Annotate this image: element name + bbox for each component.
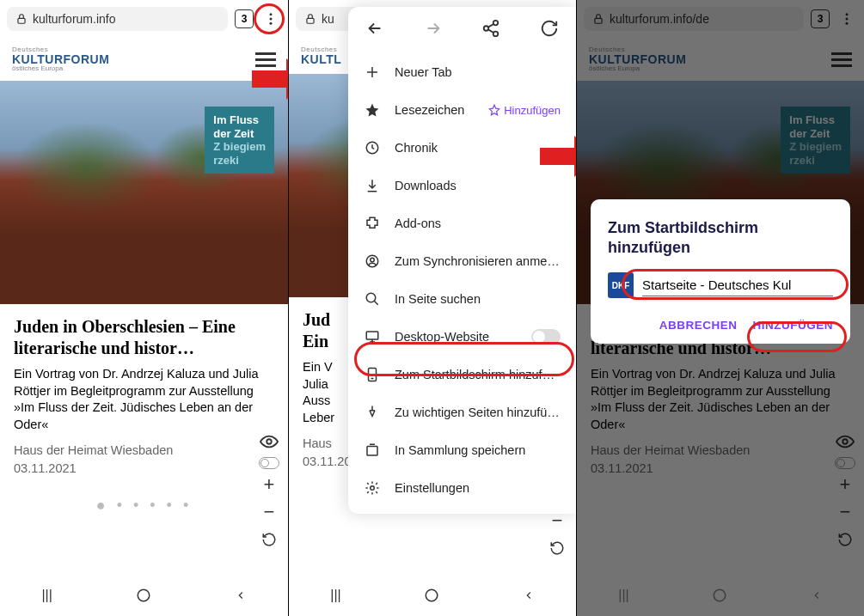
url-text: kulturforum.info <box>33 12 115 26</box>
menu-settings[interactable]: Einstellungen <box>348 469 576 507</box>
zoom-out-button[interactable]: − <box>257 500 281 524</box>
lock-icon <box>15 13 28 25</box>
site-logo[interactable]: Deutsches KULTURFORUM östliches Europa <box>12 46 109 72</box>
desktop-toggle[interactable] <box>531 329 561 345</box>
hero-badge: Im Fluss der Zeit Z biegiem rzeki <box>205 107 274 174</box>
svg-point-4 <box>267 439 272 444</box>
nav-back-icon[interactable] <box>365 19 384 38</box>
menu-sync[interactable]: Zum Synchronisieren anmeld… <box>348 242 576 280</box>
svg-point-8 <box>484 26 489 31</box>
hero-image: Im Fluss der Zeit Z biegiem rzeki <box>0 81 288 304</box>
svg-rect-14 <box>366 332 378 339</box>
share-icon[interactable] <box>481 19 500 38</box>
arrow-icon <box>252 58 288 100</box>
arrow-icon <box>540 136 576 177</box>
reload-icon[interactable] <box>540 19 559 38</box>
svg-point-9 <box>493 32 499 36</box>
tab-count[interactable]: 3 <box>235 9 254 28</box>
menu-desktop[interactable]: Desktop-Website <box>348 318 576 356</box>
article-card[interactable]: Juden in Oberschlesien – Eine literarisc… <box>0 304 288 490</box>
svg-point-1 <box>270 13 273 15</box>
article-title: Juden in Oberschlesien – Eine literarisc… <box>14 316 274 359</box>
android-navbar: ||| <box>0 575 288 616</box>
svg-point-3 <box>270 22 273 25</box>
svg-rect-16 <box>367 447 377 456</box>
svg-rect-0 <box>18 18 25 23</box>
site-favicon: DKF <box>608 272 634 298</box>
clock-icon <box>364 139 381 156</box>
screen-1: kulturforum.info 3 Deutsches KULTURFORUM… <box>0 0 288 616</box>
recent-apps-button[interactable]: ||| <box>41 588 52 603</box>
star-icon <box>364 101 381 119</box>
url-text: ku <box>322 12 334 26</box>
plus-icon <box>364 64 381 81</box>
accessibility-controls: + − <box>257 430 281 552</box>
pin-icon <box>364 404 381 421</box>
download-icon <box>364 177 381 194</box>
menu-add-homescreen[interactable]: Zum Startbildschirm hinzufü… <box>348 356 576 393</box>
collection-icon <box>364 442 381 459</box>
carousel-dots[interactable]: ● • • • • • <box>0 490 288 521</box>
dialog-title: Zum Startbildschirm hinzufügen <box>608 218 833 257</box>
home-button[interactable] <box>424 588 439 603</box>
screen-2: ku Deutsches KULTL JudEin Ein VJuliaAuss… <box>288 0 576 616</box>
browser-menu-button[interactable] <box>260 9 281 29</box>
zoom-in-button[interactable]: + <box>257 473 281 497</box>
reset-icon[interactable] <box>545 536 569 560</box>
menu-bookmarks[interactable]: Lesezeichen Hinzufügen <box>348 91 576 129</box>
url-bar: kulturforum.info 3 <box>0 0 288 38</box>
toggle-icon[interactable] <box>259 457 279 469</box>
dialog-input-row: DKF <box>608 272 833 298</box>
lock-icon <box>304 13 316 25</box>
article-venue: Haus der Heimat Wiesbaden <box>14 442 274 460</box>
article-date: 03.11.2021 <box>14 460 274 478</box>
svg-point-2 <box>270 18 273 21</box>
eye-icon[interactable] <box>257 430 281 454</box>
menu-find[interactable]: In Seite suchen <box>348 280 576 318</box>
svg-point-7 <box>493 21 499 26</box>
menu-top-row <box>348 7 576 53</box>
article-description: Ein Vortrag von Dr. Andrzej Kaluza und J… <box>14 366 274 433</box>
recent-apps-button[interactable]: ||| <box>330 588 340 603</box>
svg-point-18 <box>426 589 438 601</box>
bookmark-add-link[interactable]: Hinzufügen <box>488 104 561 117</box>
search-icon <box>364 290 381 308</box>
homescreen-icon <box>364 366 381 383</box>
menu-topsites[interactable]: Zu wichtigen Seiten hinzufüg… <box>348 393 576 431</box>
svg-rect-6 <box>307 18 314 23</box>
monitor-icon <box>364 328 381 345</box>
back-button[interactable] <box>523 589 535 601</box>
url-field[interactable]: kulturforum.info <box>7 7 228 31</box>
svg-point-17 <box>371 486 375 491</box>
add-homescreen-dialog: Zum Startbildschirm hinzufügen DKF ABBRE… <box>591 199 850 344</box>
shortcut-name-field[interactable] <box>642 274 833 296</box>
site-header: Deutsches KULTURFORUM östliches Europa <box>0 38 288 81</box>
puzzle-icon <box>364 215 381 232</box>
site-logo[interactable]: Deutsches KULTL <box>301 46 341 65</box>
gear-icon <box>364 479 381 497</box>
account-icon <box>364 253 381 270</box>
screen-3: kulturforum.info/de 3 Deutsches KULTURFO… <box>576 0 864 616</box>
confirm-button[interactable]: HINZUFÜGEN <box>753 319 834 332</box>
svg-point-13 <box>366 293 376 302</box>
nav-forward-icon[interactable] <box>424 19 443 38</box>
reset-icon[interactable] <box>257 528 281 552</box>
android-navbar: ||| <box>289 575 576 616</box>
cancel-button[interactable]: ABBRECHEN <box>659 319 738 332</box>
svg-point-12 <box>371 258 375 262</box>
svg-point-5 <box>138 589 150 601</box>
browser-menu-panel: Neuer Tab Lesezeichen Hinzufügen Chronik… <box>348 7 576 514</box>
menu-addons[interactable]: Add-ons <box>348 204 576 242</box>
back-button[interactable] <box>235 589 247 601</box>
menu-new-tab[interactable]: Neuer Tab <box>348 53 576 91</box>
menu-collection[interactable]: In Sammlung speichern <box>348 431 576 469</box>
home-button[interactable] <box>136 588 151 603</box>
